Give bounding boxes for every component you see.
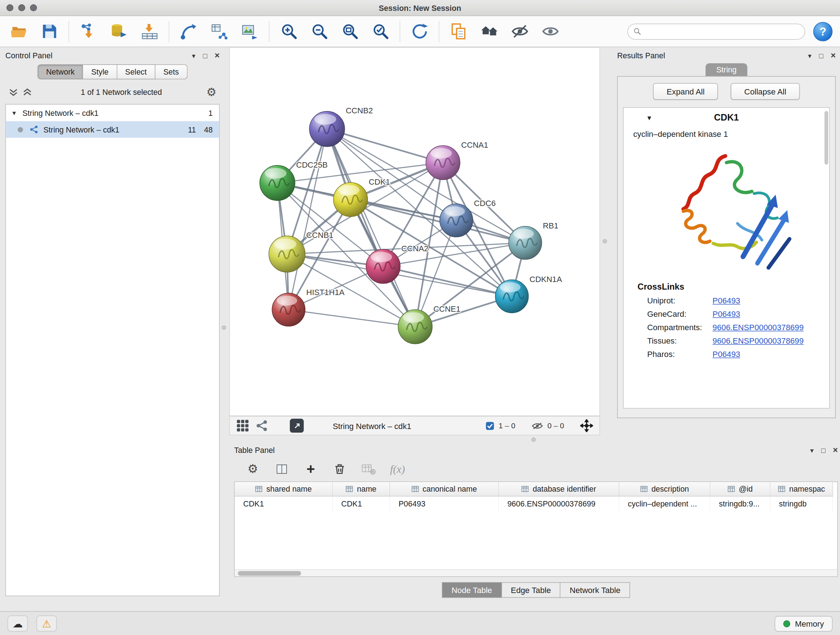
column-header[interactable]: shared name [235,482,333,496]
search-input[interactable] [645,27,799,36]
column-header[interactable]: canonical name [390,482,499,496]
panel-float-icon[interactable]: □ [203,52,207,59]
window-minimize-button[interactable] [18,4,25,11]
table-cell[interactable]: cyclin–dependent ... [619,496,711,511]
panel-float-icon[interactable]: □ [819,52,823,59]
network-options-gear-icon[interactable]: ⚙ [206,86,216,99]
collapse-all-networks-icon[interactable] [9,87,19,97]
results-scrollbar[interactable] [824,111,828,165]
network-tree-item-selected[interactable]: String Network – cdk1 11 48 [6,121,219,138]
tab-select[interactable]: Select [117,65,156,79]
collapse-all-button[interactable]: Collapse All [731,83,799,100]
move-crosshair-icon[interactable] [580,419,593,432]
import-network-from-database-button[interactable] [108,19,130,43]
memory-button[interactable]: Memory [775,616,832,631]
network-collection-row[interactable]: ▼ String Network – cdk1 1 [6,105,219,121]
export-network-image-button[interactable] [238,19,261,43]
zoom-out-button[interactable] [308,19,331,43]
table-cell[interactable]: P06493 [390,496,499,511]
network-view-canvas[interactable]: CCNB2CCNA1CDC25BCDK1CDC6RB1CCNB1CCNA2CDK… [229,47,600,416]
zoom-selected-button[interactable] [369,19,392,43]
apply-preferred-layout-button[interactable] [408,19,431,43]
save-session-button[interactable] [38,19,60,43]
grid-view-icon[interactable] [236,419,249,432]
zoom-fit-button[interactable] [339,19,361,43]
genecard-link[interactable]: P06493 [713,309,741,318]
vertical-splitter-handle[interactable] [222,325,226,330]
network-edge-CCNB2-CCNE1[interactable] [327,129,415,326]
column-header[interactable]: namespac [771,482,833,496]
open-session-button[interactable] [8,19,30,43]
network-node-CCNB2[interactable]: CCNB2 [309,106,373,147]
import-table-from-file-button[interactable] [138,19,161,43]
network-node-CCNA1[interactable]: CCNA1 [426,141,488,180]
home-button[interactable] [478,19,500,43]
cloud-sync-button[interactable]: ☁ [8,616,28,631]
select-first-neighbors-button[interactable] [177,19,200,43]
table-cell[interactable]: 9606.ENSP00000378699 [499,496,619,511]
table-row[interactable]: CDK1 CDK1 P06493 9606.ENSP00000378699 cy… [235,496,837,511]
panel-close-icon[interactable]: × [833,446,838,455]
new-network-from-selection-button[interactable] [208,19,231,43]
network-node-HIST1H1A[interactable]: HIST1H1A [272,288,344,326]
panel-menu-icon[interactable]: ▾ [808,52,812,59]
delete-column-icon[interactable] [333,462,347,477]
uniprot-link[interactable]: P06493 [713,296,741,305]
panel-float-icon[interactable]: □ [821,447,826,454]
network-node-RB1[interactable]: RB1 [508,221,559,260]
tab-node-table[interactable]: Node Table [442,582,502,598]
hide-selected-button[interactable] [508,19,531,43]
collection-collapse-triangle-icon[interactable]: ▼ [11,110,17,116]
tab-sets[interactable]: Sets [155,65,187,79]
import-network-from-file-button[interactable] [77,19,99,43]
tissues-link[interactable]: 9606.ENSP00000378699 [713,336,804,345]
duplicate-network-button[interactable] [447,19,470,43]
network-edge-CCNB2-HIST1H1A[interactable] [289,129,327,310]
network-node-CCNB1[interactable]: CCNB1 [269,231,333,272]
network-overview-icon[interactable] [256,419,268,432]
pharos-link[interactable]: P06493 [713,350,741,359]
create-column-icon[interactable]: + [304,462,318,477]
horizontal-splitter-handle[interactable] [531,437,536,442]
panel-close-icon[interactable]: × [215,51,219,60]
network-edge-CDK1-RB1[interactable] [351,200,525,243]
window-close-button[interactable] [6,4,13,11]
zoom-in-button[interactable] [278,19,300,43]
show-all-button[interactable] [539,19,561,43]
column-header[interactable]: database identifier [499,482,619,496]
selected-checkbox-icon[interactable] [485,421,494,430]
network-node-CDK1[interactable]: CDK1 [333,177,390,217]
help-button[interactable]: ? [813,22,832,41]
function-builder-icon[interactable]: f(x) [391,462,405,477]
panel-menu-icon[interactable]: ▾ [810,447,814,454]
network-node-CDKN1A[interactable]: CDKN1A [495,275,562,313]
expand-all-networks-icon[interactable] [22,87,32,97]
tab-edge-table[interactable]: Edge Table [502,582,561,598]
show-columns-icon[interactable] [275,462,289,477]
compartments-link[interactable]: 9606.ENSP00000378699 [713,323,804,332]
clear-table-icon[interactable] [362,462,376,477]
window-zoom-button[interactable] [30,4,37,11]
panel-menu-icon[interactable]: ▾ [192,52,196,59]
open-in-new-window-button[interactable] [290,419,304,433]
panel-close-icon[interactable]: × [831,51,836,60]
expand-all-button[interactable]: Expand All [653,83,718,100]
column-header[interactable]: description [619,482,711,496]
vertical-splitter-handle[interactable] [603,239,607,243]
table-cell[interactable]: stringdb:9... [711,496,771,511]
table-settings-gear-icon[interactable]: ⚙ [246,462,260,477]
horizontal-scrollbar[interactable] [235,570,837,576]
hidden-eye-slash-icon[interactable] [531,422,543,430]
warnings-button[interactable]: ⚠ [36,616,57,631]
tab-string[interactable]: String [706,63,747,76]
tab-network-table[interactable]: Network Table [561,582,630,598]
protein-collapse-triangle-icon[interactable]: ▼ [646,114,653,122]
scrollbar-thumb[interactable] [238,571,302,576]
tab-network[interactable]: Network [38,65,83,79]
table-cell[interactable]: CDK1 [235,496,333,511]
column-header[interactable]: name [333,482,390,496]
network-edge-HIST1H1A-CCNE1[interactable] [289,310,415,326]
column-header[interactable]: @id [711,482,771,496]
table-cell[interactable]: stringdb [771,496,833,511]
network-edge-CCNB2-CCNA1[interactable] [327,129,443,163]
